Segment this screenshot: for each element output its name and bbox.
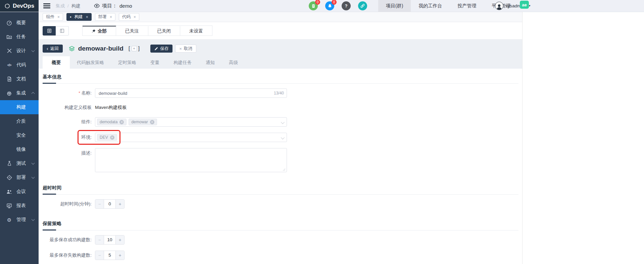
- avatar: [495, 2, 503, 10]
- breadcrumb-current[interactable]: 构建: [71, 3, 81, 9]
- remove-tag-icon[interactable]: ×: [119, 120, 124, 124]
- close-icon[interactable]: ×: [134, 15, 136, 19]
- increment-button[interactable]: +: [115, 236, 124, 244]
- description-textarea[interactable]: [95, 148, 287, 172]
- board-view-icon: [60, 28, 64, 33]
- decrement-button[interactable]: −: [95, 200, 104, 208]
- max-success-value[interactable]: 10: [104, 236, 115, 244]
- increment-button[interactable]: +: [115, 251, 124, 260]
- sidebar-item-admin[interactable]: ⚙ 管理: [0, 213, 39, 227]
- timeout-value[interactable]: 0: [104, 200, 115, 208]
- breadcrumb-parent[interactable]: 集成: [56, 3, 65, 9]
- close-icon[interactable]: ×: [86, 15, 88, 19]
- tab-chip-code[interactable]: 代码 ×: [119, 13, 139, 21]
- sidebar-item-tasks[interactable]: 任务: [0, 30, 39, 44]
- list-view-button[interactable]: [43, 26, 56, 36]
- notifications-button[interactable]: 0: [325, 1, 334, 10]
- sidebar-item-code[interactable]: </> 代码: [0, 58, 39, 72]
- chevron-up-icon: [32, 92, 35, 95]
- tab-chip-deploy[interactable]: 部署 ×: [95, 13, 115, 21]
- filter-tab-all[interactable]: 全部: [83, 26, 116, 36]
- sidebar-item-document[interactable]: 文档: [0, 72, 39, 86]
- menu-item-projects[interactable]: 项目(群): [378, 0, 411, 12]
- project-indicator[interactable]: 项目：demo: [94, 3, 132, 9]
- close-icon: ×: [179, 46, 182, 51]
- app-logo[interactable]: DevOps: [0, 0, 39, 12]
- max-success-stepper: − 10 +: [95, 235, 125, 245]
- filter-tab-followed[interactable]: 已关注: [116, 26, 148, 36]
- tab-chip-build[interactable]: ● 构建 ×: [66, 13, 92, 21]
- tab-notifications[interactable]: 通知: [199, 56, 222, 69]
- cancel-button[interactable]: × 取消: [175, 45, 196, 53]
- project-label: 项目：: [102, 3, 117, 9]
- meeting-icon: [6, 189, 12, 194]
- chevron-down-icon: [32, 49, 35, 52]
- increment-button[interactable]: +: [115, 200, 124, 208]
- breadcrumb-separator: /: [67, 3, 69, 8]
- menu-item-production[interactable]: 投产管理: [450, 0, 484, 12]
- timeout-label: 超时时间(分钟):: [43, 201, 95, 207]
- menu-item-workbench[interactable]: 我的工作台: [411, 0, 450, 12]
- notes-button[interactable]: 0: [309, 1, 318, 10]
- share-link-button[interactable]: [358, 1, 367, 10]
- environment-select[interactable]: DEV ×: [95, 133, 287, 142]
- help-button[interactable]: ?: [342, 1, 351, 10]
- tab-schedule-policy[interactable]: 定时策略: [111, 56, 143, 69]
- filter-bar: 全部 已关注 已关闭 未设置: [39, 22, 522, 39]
- max-failed-value[interactable]: 5: [104, 251, 115, 260]
- board-view-button[interactable]: [56, 26, 69, 36]
- bell-icon: [328, 4, 332, 8]
- deploy-target-icon: [6, 175, 12, 180]
- chevron-down-icon: [281, 136, 285, 139]
- sidebar-item-test[interactable]: 测试: [0, 156, 39, 171]
- open-tabs-bar: 组件 × ● 构建 × 部署 × 代码 ×: [39, 12, 522, 22]
- gear-icon: ⚙: [6, 217, 12, 222]
- remove-tag-icon[interactable]: ×: [110, 135, 114, 140]
- sidebar-item-meeting[interactable]: 会议: [0, 185, 39, 199]
- tab-overview[interactable]: 概要: [43, 56, 70, 69]
- name-input[interactable]: [95, 88, 287, 98]
- filter-tab-closed[interactable]: 已关闭: [148, 26, 181, 36]
- tab-advanced[interactable]: 高级: [222, 56, 245, 69]
- template-label: 构建定义模板: [43, 105, 95, 111]
- tab-code-trigger-policy[interactable]: 代码触发策略: [70, 56, 111, 69]
- tab-chip-components[interactable]: 组件 ×: [43, 13, 63, 21]
- page-title: demowar-build: [78, 45, 123, 52]
- filter-tabs: 全部 已关注 已关闭 未设置: [82, 25, 212, 36]
- add-icon-button[interactable]: +: [132, 46, 137, 51]
- top-navbar: DevOps 集成 / 构建 项目：demo 0: [0, 0, 644, 12]
- sidebar-item-deploy[interactable]: 部署: [0, 171, 39, 185]
- sidebar-subitem-security[interactable]: 安全: [0, 128, 39, 142]
- sidebar-item-overview[interactable]: 概要: [0, 16, 39, 30]
- close-icon[interactable]: ×: [57, 15, 60, 19]
- components-select[interactable]: demodata × demowar ×: [95, 117, 287, 127]
- remove-tag-icon[interactable]: ×: [150, 120, 154, 124]
- tab-build-tasks[interactable]: 构建任务: [166, 56, 199, 69]
- sidebar-item-design[interactable]: 设计: [0, 44, 39, 58]
- page-header: ‹ 返回 demowar-build [ + ]: [39, 42, 522, 55]
- sidebar-item-integration[interactable]: 集成: [0, 86, 39, 100]
- menu-toggle-icon[interactable]: [43, 2, 50, 10]
- save-button[interactable]: 保存: [150, 45, 172, 53]
- integration-icon: [6, 90, 12, 96]
- sidebar-item-report[interactable]: 报表: [0, 199, 39, 213]
- sidebar-subitem-artifacts[interactable]: 介质: [0, 114, 39, 128]
- tab-variables[interactable]: 变量: [143, 56, 166, 69]
- max-success-label: 最多保存成功构建数:: [43, 237, 95, 243]
- back-button[interactable]: ‹ 返回: [43, 45, 63, 53]
- user-menu[interactable]: sysadmin ▼ ae: [495, 2, 531, 10]
- user-widget-badge[interactable]: ae: [520, 1, 529, 9]
- layers-icon: [68, 46, 75, 51]
- close-icon[interactable]: ×: [110, 15, 112, 19]
- sidebar-subitem-images[interactable]: 镜像: [0, 142, 39, 156]
- project-name: demo: [119, 3, 132, 9]
- max-failed-stepper: − 5 +: [95, 251, 125, 260]
- filter-tab-unset[interactable]: 未设置: [180, 26, 212, 36]
- chevron-down-icon: [32, 161, 35, 165]
- chevron-down-icon: [32, 176, 35, 179]
- active-dot-icon: ●: [70, 16, 71, 18]
- decrement-button[interactable]: −: [95, 251, 104, 260]
- decrement-button[interactable]: −: [95, 236, 104, 244]
- sidebar-subitem-build[interactable]: 构建: [0, 100, 39, 114]
- pencil-icon: [154, 47, 158, 51]
